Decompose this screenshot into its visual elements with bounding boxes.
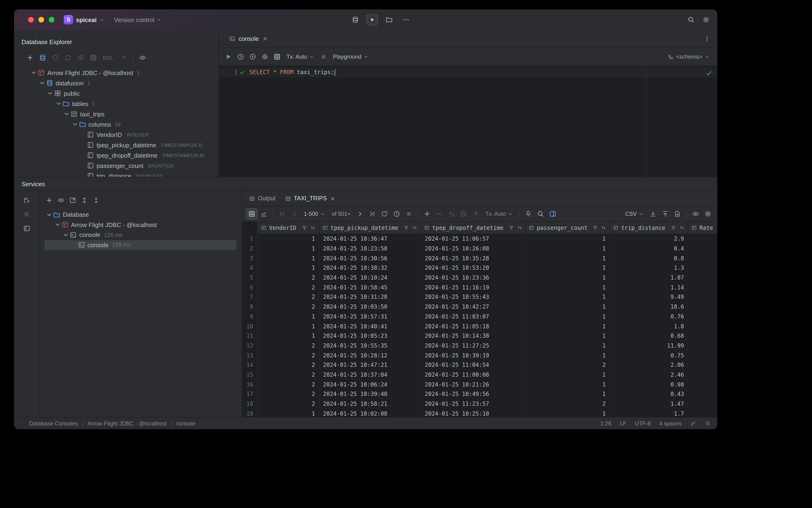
cell-rate[interactable] [688, 273, 717, 283]
row-number[interactable]: 17 [242, 389, 258, 399]
chevron-down-icon[interactable] [38, 79, 46, 87]
cell-rate[interactable] [688, 370, 717, 379]
filter-icon[interactable] [302, 225, 308, 231]
cell-passenger_count[interactable]: 1 [526, 273, 610, 283]
cell-vendorid[interactable]: 2 [258, 341, 319, 350]
cell-passenger_count[interactable]: 1 [526, 321, 610, 331]
breadcrumb-item[interactable]: Arrow Flight JDBC - @localhost [87, 420, 167, 427]
line-ending[interactable]: LF [620, 420, 626, 427]
cell-vendorid[interactable]: 2 [258, 302, 319, 312]
row-number[interactable]: 10 [242, 321, 258, 331]
services-tree-item[interactable]: console126 ms [40, 230, 242, 240]
cell-passenger_count[interactable]: 1 [526, 351, 610, 360]
cell-tpep_pickup_datetime[interactable]: 2024-01-25 10:02:08 [319, 409, 421, 417]
cell-trip_distance[interactable]: 1.8 [610, 321, 688, 331]
row-number[interactable]: 7 [242, 292, 258, 302]
cell-vendorid[interactable]: 1 [258, 263, 319, 273]
cell-tpep_pickup_datetime[interactable]: 2024-01-25 10:03:50 [319, 302, 421, 312]
stop-icon[interactable] [21, 209, 32, 220]
cell-tpep_pickup_datetime[interactable]: 2024-01-25 10:36:47 [319, 234, 421, 244]
cell-tpep_dropoff_datetime[interactable]: 2024-01-25 11:00:08 [421, 370, 526, 379]
chevron-down-icon[interactable] [45, 211, 53, 219]
cell-trip_distance[interactable]: 1.7 [610, 409, 688, 417]
cell-trip_distance[interactable]: 1.14 [610, 283, 688, 292]
cell-tpep_dropoff_datetime[interactable]: 2024-01-25 10:55:43 [421, 292, 526, 302]
cell-trip_distance[interactable]: 0.8 [610, 254, 688, 263]
cell-tpep_dropoff_datetime[interactable]: 2024-01-25 10:25:10 [421, 409, 526, 417]
cell-tpep_pickup_datetime[interactable]: 2024-01-25 10:57:31 [319, 312, 421, 321]
settings-icon[interactable] [701, 14, 712, 25]
cell-tpep_dropoff_datetime[interactable]: 2024-01-25 10:26:08 [421, 244, 526, 253]
cell-tpep_pickup_datetime[interactable]: 2024-01-25 10:28:12 [319, 351, 421, 360]
filter-icon[interactable] [403, 225, 409, 231]
close-window-button[interactable] [28, 17, 34, 23]
row-number[interactable]: 3 [242, 254, 258, 263]
view-as-table-icon[interactable] [271, 51, 283, 62]
cell-tpep_dropoff_datetime[interactable]: 2024-01-25 10:53:20 [421, 263, 526, 273]
chevron-down-icon[interactable] [46, 90, 54, 97]
table-view-icon[interactable] [88, 52, 99, 63]
database-changes-icon[interactable] [21, 195, 32, 206]
last-page-icon[interactable] [367, 208, 378, 219]
cell-vendorid[interactable]: 1 [258, 321, 319, 331]
breadcrumb-item[interactable]: console [176, 420, 195, 427]
cell-passenger_count[interactable]: 1 [526, 409, 610, 417]
cell-trip_distance[interactable]: 2.46 [610, 370, 688, 379]
console-settings-icon[interactable] [259, 51, 271, 62]
cell-vendorid[interactable]: 1 [258, 234, 319, 244]
row-number[interactable]: 13 [242, 351, 258, 360]
cell-trip_distance[interactable]: 1.47 [610, 399, 688, 409]
cell-tpep_pickup_datetime[interactable]: 2024-01-25 10:30:56 [319, 254, 421, 263]
cell-tpep_dropoff_datetime[interactable]: 2024-01-25 10:23:36 [421, 273, 526, 283]
schema-selector[interactable]: <schema> [668, 53, 710, 60]
first-page-icon[interactable] [277, 208, 288, 219]
cell-vendorid[interactable]: 2 [258, 292, 319, 302]
chevron-down-icon[interactable] [54, 221, 61, 229]
cell-vendorid[interactable]: 2 [258, 399, 319, 409]
project-widget[interactable]: S spiceai [64, 15, 104, 25]
view-options-icon[interactable] [137, 52, 148, 63]
column-header-tpep_pickup_datetime[interactable]: tpep_pickup_datetime [319, 222, 421, 234]
run-script-icon[interactable] [247, 51, 258, 62]
sort-icon[interactable] [516, 225, 523, 231]
filter-icon[interactable] [670, 225, 677, 231]
cell-trip_distance[interactable]: 18.6 [610, 302, 688, 312]
cell-tpep_dropoff_datetime[interactable]: 2024-01-25 10:49:56 [421, 389, 526, 399]
cell-vendorid[interactable]: 2 [258, 360, 319, 370]
query-history-icon[interactable] [235, 51, 246, 62]
view-options-icon[interactable] [55, 195, 66, 206]
vcs-widget[interactable]: Version control [114, 16, 161, 23]
cell-trip_distance[interactable]: 1.3 [610, 263, 688, 273]
cell-tpep_dropoff_datetime[interactable]: 2024-01-25 10:14:38 [421, 331, 526, 341]
cell-tpep_pickup_datetime[interactable]: 2024-01-25 10:31:28 [319, 292, 421, 302]
page-range-dropdown[interactable]: 1-500 [301, 208, 328, 219]
cell-trip_distance[interactable]: 0.98 [610, 380, 688, 389]
cell-tpep_dropoff_datetime[interactable]: 2024-01-25 10:21:26 [421, 380, 526, 389]
sort-icon[interactable] [601, 225, 607, 231]
sort-icon[interactable] [412, 225, 418, 231]
row-number[interactable]: 19 [242, 409, 258, 417]
sync-icon[interactable] [62, 52, 74, 63]
view-options-icon[interactable] [690, 208, 702, 219]
db-tree-item[interactable]: public [14, 88, 219, 98]
cell-trip_distance[interactable]: 0.4 [610, 244, 688, 253]
ddl-button[interactable]: DDL [100, 55, 116, 60]
cell-tpep_dropoff_datetime[interactable]: 2024-01-25 11:05:18 [421, 321, 526, 331]
cell-passenger_count[interactable]: 1 [526, 254, 610, 263]
row-number[interactable]: 4 [242, 263, 258, 273]
cell-tpep_pickup_datetime[interactable]: 2024-01-25 10:40:41 [319, 321, 421, 331]
cell-passenger_count[interactable]: 2 [526, 399, 610, 409]
chevron-down-icon[interactable] [71, 121, 79, 128]
cell-passenger_count[interactable]: 1 [526, 370, 610, 379]
readonly-toggle-icon[interactable] [690, 420, 696, 426]
cell-passenger_count[interactable]: 1 [526, 302, 610, 312]
cell-passenger_count[interactable]: 1 [526, 244, 610, 253]
database-tool-icon[interactable] [350, 14, 361, 25]
cell-rate[interactable] [688, 380, 717, 389]
cell-rate[interactable] [688, 409, 717, 417]
cell-passenger_count[interactable]: 1 [526, 292, 610, 302]
cell-rate[interactable] [688, 302, 717, 312]
refresh-icon[interactable] [50, 52, 61, 63]
tool-window-layout-icon[interactable] [21, 223, 32, 234]
row-number[interactable]: 16 [242, 380, 258, 389]
